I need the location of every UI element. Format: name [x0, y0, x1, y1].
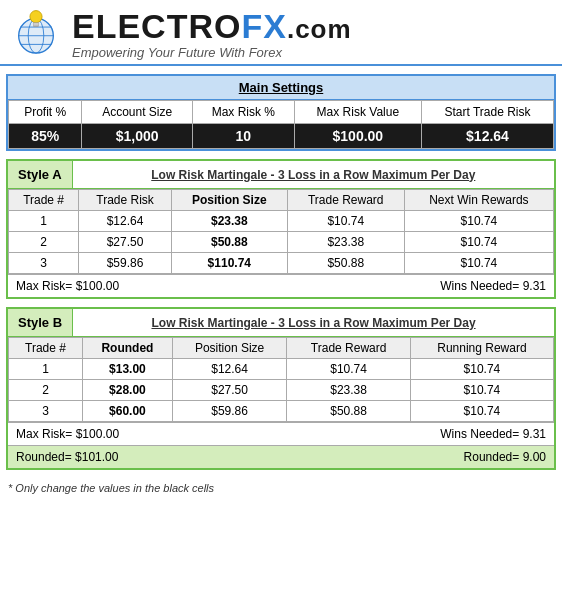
table-row: 1$12.64$23.38$10.74$10.74 — [9, 211, 554, 232]
b-col-position-size: Position Size — [172, 338, 287, 359]
style-a-label: Style A — [8, 161, 73, 188]
style-b-label: Style B — [8, 309, 73, 336]
style-b-section: Style B Low Risk Martingale - 3 Loss in … — [6, 307, 556, 470]
b-col-trade-num: Trade # — [9, 338, 83, 359]
style-b-rounded2-label: Rounded= — [464, 450, 520, 464]
style-a-max-risk: Max Risk= $100.00 — [16, 279, 119, 293]
val-start-trade-risk: $12.64 — [421, 124, 553, 149]
val-max-risk-pct[interactable]: 10 — [192, 124, 294, 149]
style-a-max-risk-label: Max Risk= — [16, 279, 72, 293]
val-max-risk-val: $100.00 — [294, 124, 421, 149]
a-col-trade-num: Trade # — [9, 190, 79, 211]
a-col-next-win: Next Win Rewards — [404, 190, 553, 211]
style-a-header: Style A Low Risk Martingale - 3 Loss in … — [8, 161, 554, 189]
style-b-rounded2-value: 9.00 — [523, 450, 546, 464]
table-row: 2$27.50$50.88$23.38$10.74 — [9, 232, 554, 253]
style-a-footer: Max Risk= $100.00 Wins Needed= 9.31 — [8, 274, 554, 297]
style-b-rounded1: Rounded= $101.00 — [16, 450, 118, 464]
settings-table: Profit % Account Size Max Risk % Max Ris… — [8, 100, 554, 149]
a-col-position-size: Position Size — [171, 190, 287, 211]
b-col-trade-reward: Trade Reward — [287, 338, 410, 359]
main-settings-section: Main Settings Profit % Account Size Max … — [6, 74, 556, 151]
style-b-col-headers: Trade # Rounded Position Size Trade Rewa… — [9, 338, 554, 359]
style-b-table: Trade # Rounded Position Size Trade Rewa… — [8, 337, 554, 422]
main-settings-title: Main Settings — [8, 76, 554, 100]
style-b-title: Low Risk Martingale - 3 Loss in a Row Ma… — [73, 312, 554, 334]
logo-fx: FX — [241, 7, 286, 45]
style-b-footer: Max Risk= $100.00 Wins Needed= 9.31 — [8, 422, 554, 445]
col-profit: Profit % — [9, 101, 82, 124]
logo-title: ELECTROFX.com — [72, 9, 352, 43]
style-b-wins-label: Wins Needed= — [440, 427, 519, 441]
style-b-footer-extra: Rounded= $101.00 Rounded= 9.00 — [8, 445, 554, 468]
style-a-wins-label: Wins Needed= — [440, 279, 519, 293]
style-b-rounded1-value: $101.00 — [75, 450, 118, 464]
style-a-wins-value: 9.31 — [523, 279, 546, 293]
logo-tagline: Empowering Your Future With Forex — [72, 45, 352, 60]
col-max-risk-val: Max Risk Value — [294, 101, 421, 124]
table-row: 3$59.86$110.74$50.88$10.74 — [9, 253, 554, 274]
style-a-title: Low Risk Martingale - 3 Loss in a Row Ma… — [73, 164, 554, 186]
style-b-rounded2: Rounded= 9.00 — [464, 450, 546, 464]
style-b-rounded1-label: Rounded= — [16, 450, 72, 464]
svg-rect-7 — [33, 23, 38, 26]
col-account-size: Account Size — [82, 101, 193, 124]
val-profit[interactable]: 85% — [9, 124, 82, 149]
b-col-running-reward: Running Reward — [410, 338, 553, 359]
logo-electro: ELECTRO — [72, 7, 241, 45]
a-col-trade-reward: Trade Reward — [287, 190, 404, 211]
table-row: 1$13.00$12.64$10.74$10.74 — [9, 359, 554, 380]
logo-text: ELECTROFX.com Empowering Your Future Wit… — [72, 9, 352, 60]
style-a-wins-needed: Wins Needed= 9.31 — [440, 279, 546, 293]
settings-header-row: Profit % Account Size Max Risk % Max Ris… — [9, 101, 554, 124]
style-b-max-risk-label: Max Risk= — [16, 427, 72, 441]
col-start-trade-risk: Start Trade Risk — [421, 101, 553, 124]
style-b-wins-value: 9.31 — [523, 427, 546, 441]
footer-note: * Only change the values in the black ce… — [0, 478, 562, 500]
table-row: 3$60.00$59.86$50.88$10.74 — [9, 401, 554, 422]
b-col-rounded: Rounded — [83, 338, 173, 359]
style-a-table: Trade # Trade Risk Position Size Trade R… — [8, 189, 554, 274]
style-a-col-headers: Trade # Trade Risk Position Size Trade R… — [9, 190, 554, 211]
col-max-risk-pct: Max Risk % — [192, 101, 294, 124]
table-row: 2$28.00$27.50$23.38$10.74 — [9, 380, 554, 401]
header: ELECTROFX.com Empowering Your Future Wit… — [0, 0, 562, 66]
logo-dotcom: .com — [287, 14, 352, 44]
svg-point-6 — [30, 11, 42, 23]
style-b-max-risk-value: $100.00 — [76, 427, 119, 441]
globe-icon — [10, 8, 62, 60]
style-b-header: Style B Low Risk Martingale - 3 Loss in … — [8, 309, 554, 337]
style-a-section: Style A Low Risk Martingale - 3 Loss in … — [6, 159, 556, 299]
style-b-max-risk: Max Risk= $100.00 — [16, 427, 119, 441]
val-account-size[interactable]: $1,000 — [82, 124, 193, 149]
style-b-wins-needed: Wins Needed= 9.31 — [440, 427, 546, 441]
a-col-trade-risk: Trade Risk — [79, 190, 172, 211]
style-a-max-risk-value: $100.00 — [76, 279, 119, 293]
settings-values-row: 85% $1,000 10 $100.00 $12.64 — [9, 124, 554, 149]
